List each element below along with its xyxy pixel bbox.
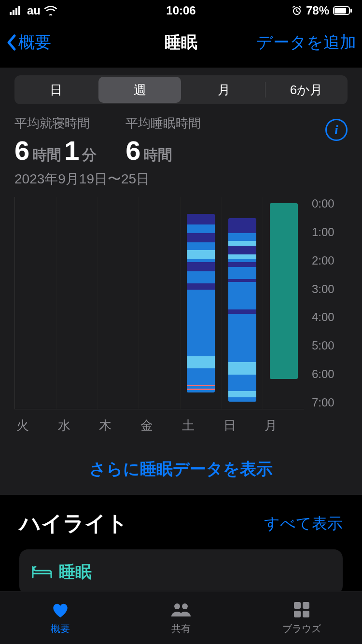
- y-tick: 3:00: [312, 282, 348, 296]
- x-tick: 月: [263, 417, 304, 434]
- svg-rect-13: [303, 611, 309, 617]
- stage-rem: [228, 241, 256, 245]
- metric-bed-hours-unit: 時間: [32, 145, 61, 165]
- chart-y-axis: 0:001:002:003:004:005:006:007:00: [304, 197, 348, 409]
- svg-rect-7: [350, 9, 352, 13]
- stage-deep: [228, 218, 256, 233]
- stage-core: [228, 397, 256, 402]
- metric-sleep-hours: 6: [125, 135, 140, 166]
- chart-column-火: [15, 197, 56, 409]
- y-tick: 0:00: [312, 197, 348, 210]
- stage-core: [228, 233, 256, 241]
- chart-column-金: [139, 197, 181, 409]
- svg-point-8: [174, 603, 180, 609]
- highlight-card-sleep[interactable]: 睡眠: [19, 549, 343, 595]
- stage-rem: [187, 250, 215, 259]
- stage-deep: [187, 214, 215, 224]
- stage-rem: [228, 362, 256, 374]
- svg-rect-6: [334, 8, 346, 14]
- metric-bed-hours: 6: [14, 135, 29, 166]
- stage-core: [187, 224, 215, 234]
- tab-sharing-icon: [170, 600, 192, 619]
- status-time: 10:06: [166, 4, 195, 17]
- main-card: 日週月6か月 平均就寝時間 6 時間 1 分 平均睡眠時間 6 時間 i 202…: [0, 68, 362, 495]
- tab-summary[interactable]: 概要: [0, 591, 121, 644]
- tab-label: 概要: [51, 622, 70, 635]
- y-tick: 2:00: [312, 254, 348, 267]
- back-label: 概要: [18, 31, 51, 54]
- tab-sharing[interactable]: 共有: [121, 591, 241, 644]
- nav-bar: 概要 睡眠 データを追加: [0, 21, 362, 64]
- stage-core: [187, 242, 215, 250]
- sleep-bar[interactable]: [228, 218, 256, 402]
- status-left: au: [10, 4, 57, 17]
- metric-bed: 平均就寝時間 6 時間 1 分: [14, 115, 97, 166]
- stage-rem: [228, 254, 256, 259]
- metric-bed-label: 平均就寝時間: [14, 115, 97, 132]
- metric-sleep-hours-unit: 時間: [143, 145, 172, 165]
- chart-column-木: [97, 197, 139, 409]
- stage-rem: [187, 356, 215, 368]
- carrier-label: au: [27, 4, 41, 17]
- stage-deep: [187, 262, 215, 271]
- sleep-chart: 0:001:002:003:004:005:006:007:00 火水木金土日月: [0, 194, 362, 434]
- segment-週[interactable]: 週: [98, 77, 181, 103]
- metrics-row: 平均就寝時間 6 時間 1 分 平均睡眠時間 6 時間 i: [0, 104, 362, 170]
- highlight-card-title: 睡眠: [59, 561, 92, 583]
- battery-label: 78%: [306, 4, 329, 17]
- y-tick: 7:00: [312, 396, 348, 409]
- alarm-icon: [292, 5, 302, 16]
- x-tick: 土: [180, 417, 222, 434]
- sleep-bar[interactable]: [187, 214, 215, 393]
- segment-月[interactable]: 月: [182, 75, 265, 104]
- svg-rect-12: [294, 611, 301, 617]
- chart-column-水: [56, 197, 98, 409]
- date-range: 2023年9月19日〜25日: [0, 170, 362, 194]
- stage-core: [187, 290, 215, 356]
- segment-日[interactable]: 日: [14, 75, 97, 104]
- tab-label: ブラウズ: [282, 622, 321, 635]
- stage-core: [187, 368, 215, 385]
- tab-summary-icon: [50, 600, 71, 619]
- wifi-icon: [44, 6, 57, 15]
- stage-core: [187, 271, 215, 283]
- chart-x-axis: 火水木金土日月: [14, 417, 304, 434]
- svg-point-9: [182, 603, 188, 609]
- page-title: 睡眠: [165, 31, 197, 54]
- stage-core: [228, 375, 256, 392]
- highlights-title: ハイライト: [19, 509, 128, 538]
- highlights-header: ハイライト すべて表示: [0, 495, 362, 538]
- y-tick: 4:00: [312, 310, 348, 324]
- back-button[interactable]: 概要: [6, 31, 51, 54]
- range-segmented-control[interactable]: 日週月6か月: [14, 75, 348, 104]
- battery-icon: [333, 6, 352, 15]
- x-tick: 火: [14, 417, 56, 434]
- stage-deep: [187, 283, 215, 290]
- tab-browse[interactable]: ブラウズ: [241, 591, 362, 644]
- stage-deep: [228, 246, 256, 255]
- add-data-button[interactable]: データを追加: [256, 31, 356, 54]
- y-tick: 6:00: [312, 367, 348, 381]
- stage-deep: [228, 262, 256, 266]
- x-tick: 水: [56, 417, 97, 434]
- chevron-left-icon: [6, 34, 16, 51]
- metric-sleep: 平均睡眠時間 6 時間: [125, 115, 201, 166]
- chart-column-土: [181, 197, 222, 409]
- svg-rect-2: [15, 8, 17, 15]
- stage-deep: [187, 233, 215, 242]
- tab-label: 共有: [171, 622, 191, 635]
- segment-6か月[interactable]: 6か月: [265, 75, 348, 104]
- info-button[interactable]: i: [325, 119, 348, 141]
- bed-icon: [32, 565, 52, 579]
- x-tick: 木: [97, 417, 139, 434]
- stage-core: [187, 390, 215, 393]
- sleep-bar[interactable]: [270, 203, 298, 379]
- stage-core: [228, 282, 256, 309]
- highlights-show-all[interactable]: すべて表示: [264, 513, 343, 534]
- stage-deep: [228, 309, 256, 314]
- stage-core: [228, 314, 256, 363]
- svg-rect-3: [18, 6, 20, 15]
- chart-column-月: [263, 197, 304, 409]
- show-more-sleep-link[interactable]: さらに睡眠データを表示: [0, 458, 362, 480]
- chart-column-日: [222, 197, 264, 409]
